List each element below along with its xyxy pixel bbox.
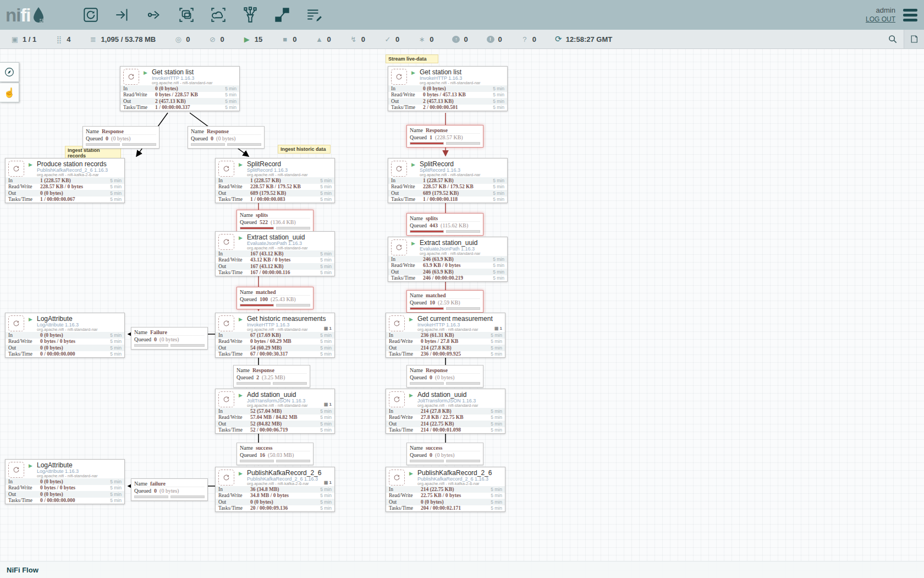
processor-icon[interactable] [81,6,100,24]
search-button[interactable] [882,30,904,48]
queue-count-bar [410,460,444,462]
not-transmitting-indicator: ⊘ 0 [209,35,224,43]
connection-label-matched-right[interactable]: Namematched Queued10(2.59 KB) [406,290,483,313]
processor-stat-row: In246 (63.9 KB)5 min [388,256,507,263]
connection-label-splits-right[interactable]: Namesplits Queued443(115.62 KB) [406,213,483,236]
funnel-icon[interactable] [241,6,260,24]
processor-stat-row: Tasks/Time67 / 00:00:30.3175 min [216,351,334,358]
processor-stat-row: In0 (0 bytes)5 min [6,332,124,339]
processor-bundle: org.apache.nifi - nifi-standard-nar [247,403,307,408]
connection-label-failure-bottom[interactable]: Namefailure Queued0(0 bytes) [131,478,208,501]
running-indicator: ▶ 15 [243,35,262,43]
run-status-icon: ▶ [409,392,413,398]
queue-count-bar [410,382,444,385]
logout-link[interactable]: LOG OUT [866,15,895,24]
label-ingest-historic-data[interactable]: Ingest historic data [278,145,331,154]
processor-stat-row: Read/Write0 bytes / 457.13 KB5 min [388,92,507,99]
connection-label-success-left[interactable]: Namesuccess Queued16(50.03 MB) [237,443,314,465]
processor-name: Get historic measurements [247,315,326,323]
refresh-icon[interactable]: ⟳ [555,34,562,44]
locally-modified-indicator: ∗ 0 [418,35,433,43]
component-toolbar [81,6,323,24]
processor-stat-row: Read/Write22.75 KB / 0 bytes5 min [386,493,505,499]
processor-add-station-uuid-left[interactable]: ▶ Add station_uuid JoltTransformJSON 1.1… [215,389,335,434]
stopped-indicator: ■ 0 [281,35,296,43]
queue-count-bar [134,495,168,498]
flow-canvas[interactable]: ☝ Stream live-dataIngest station records… [0,0,924,578]
queue-size-bar [446,460,480,462]
processor-stat-row: Tasks/Time1 / 00:00:00.1185 min [388,197,507,203]
locally-modified-stale-icon: ! [487,36,494,43]
processor-bundle: org.apache.nifi - nifi-standard-nar [247,327,307,332]
connection-label-splits-left[interactable]: Namesplits Queued522(136.4 KB) [237,210,314,232]
processor-get-historic-measurements[interactable]: ▶ Get historic measurements InvokeHTTP 1… [215,313,335,358]
processor-name: Add station_uuid [247,391,296,399]
processor-get-station-list-right[interactable]: ▶ Get station list InvokeHTTP 1.16.3 org… [388,66,508,111]
processor-publish-kafka-right[interactable]: ▶ PublishKafkaRecord_2_6 PublishKafkaRec… [386,467,505,512]
processor-stat-row: Read/Write0 bytes / 0 bytes5 min [6,485,124,492]
processor-log-attribute-bottom[interactable]: ▶ LogAttribute LogAttribute 1.16.3 org.a… [5,459,125,504]
navigate-palette-button[interactable] [0,62,19,82]
active-threads-icon: ⣿ [55,35,63,43]
queue-size-bar [446,382,480,385]
locally-modified-stale-indicator: ! 0 [487,35,502,43]
processor-stat-row: Out689 (179.52 KB)5 min [216,190,334,197]
processor-get-current-measurement[interactable]: ▶ Get current measurement InvokeHTTP 1.1… [386,313,505,358]
global-menu-icon[interactable] [903,9,917,21]
processor-get-station-list-left[interactable]: ▶ Get station list InvokeHTTP 1.16.3 org… [120,66,240,111]
processor-name: LogAttribute [37,461,73,469]
processor-stat-row: Out246 (63.9 KB)5 min [388,269,507,275]
processor-add-station-uuid-right[interactable]: ▶ Add station_uuid JoltTransformJSON 1.1… [386,389,505,434]
status-bar: ▣ 1 / 1 ⣿ 4 ≣ 1,095 / 53.78 MB ◎ 0 ⊘ 0 ▶… [0,30,924,49]
operate-palette-button[interactable]: ☝ [0,83,19,102]
threads-badge-icon: ▦ [494,326,499,331]
processor-extract-station-uuid-left[interactable]: ▶ Extract station_uuid EvaluateJsonPath … [215,231,335,276]
processor-type-icon [8,161,24,177]
input-port-icon[interactable] [113,6,132,24]
processor-stat-row: Read/Write43.12 KB / 0 bytes5 min [216,257,334,264]
processor-stat-row: Read/Write228.57 KB / 179.52 KB5 min [388,184,507,190]
processor-split-record-left[interactable]: ▶ SplitRecord SplitRecord 1.16.3 org.apa… [215,158,335,203]
remote-process-group-icon[interactable] [209,6,228,24]
nifi-logo: nifi [6,6,66,24]
processor-split-record-right[interactable]: ▶ SplitRecord SplitRecord 1.16.3 org.apa… [388,158,508,203]
processor-bundle: org.apache.nifi - nifi-standard-nar [420,172,480,177]
search-icon [887,34,898,45]
connection-label-response-current[interactable]: NameResponse Queued0(0 bytes) [406,365,483,388]
processor-stat-row: In236 (61.31 KB)5 min [386,332,505,339]
processor-stat-row: In0 (0 bytes)5 min [120,85,239,92]
hand-icon: ☝ [3,87,15,99]
connection-label-response-left-2[interactable]: NameResponse Queued0(0 bytes) [188,126,265,149]
new-window-button[interactable] [904,30,924,48]
processor-name: Extract station_uuid [247,233,305,241]
breadcrumb[interactable]: NiFi Flow [7,566,38,574]
label-icon[interactable] [305,6,323,24]
processor-extract-station-uuid-right[interactable]: ▶ Extract station_uuid EvaluateJsonPath … [388,237,508,282]
queue-count-bar [240,460,274,462]
processor-produce-station-records[interactable]: ▶ Produce station records PublishKafkaRe… [5,158,125,203]
run-status-icon: ▶ [29,317,32,322]
processor-stat-row: Read/Write0 bytes / 228.57 KB5 min [120,92,239,99]
processor-stat-row: In52 (57.04 MB)5 min [216,408,334,415]
connection-label-success-right[interactable]: Namesuccess Queued0(0 bytes) [406,443,483,465]
connection-label-response-left-1[interactable]: NameResponse Queued0(0 bytes) [82,126,160,149]
processor-log-attribute-top[interactable]: ▶ LogAttribute LogAttribute 1.16.3 org.a… [5,313,125,358]
queue-size-bar [276,304,310,307]
run-status-icon: ▶ [411,70,415,75]
queue-size-bar [122,143,156,146]
output-port-icon[interactable] [145,6,164,24]
processor-stat-row: Read/Write0 bytes / 27.8 KB5 min [386,339,505,345]
stopped-icon: ■ [281,35,289,43]
label-stream-live-data[interactable]: Stream live-data [386,54,438,63]
queue-size-bar [273,382,307,385]
stale-icon: ↑ [452,36,460,43]
connection-label-response-right[interactable]: NameResponse Queued1(228.57 KB) [406,125,483,148]
processor-publish-kafka-left[interactable]: ▶ PublishKafkaRecord_2_6 PublishKafkaRec… [215,467,335,512]
connection-label-failure-top[interactable]: NameFailure Queued0(0 bytes) [131,327,208,350]
connection-label-matched-left[interactable]: Namematched Queued100(25.43 KB) [237,287,314,309]
template-icon[interactable] [273,6,292,24]
processor-stat-row: In36 (34.8 MB)5 min [216,486,334,493]
processor-name: Get station list [420,68,461,76]
connection-label-response-historic[interactable]: NameResponse Queued2(3.25 MB) [233,365,310,388]
process-group-icon[interactable] [177,6,196,24]
